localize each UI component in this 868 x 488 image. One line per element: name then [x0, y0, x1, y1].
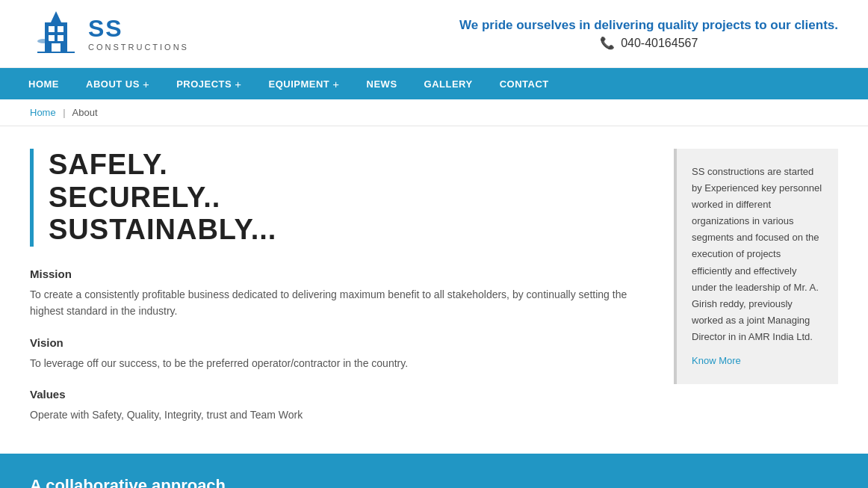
- projects-plus-icon: +: [235, 78, 241, 90]
- navbar: HOME ABOUT US + PROJECTS + EQUIPMENT + N…: [0, 68, 868, 99]
- phone: 📞 040-40164567: [459, 36, 838, 50]
- nav-item-equipment[interactable]: EQUIPMENT +: [255, 68, 353, 99]
- svg-rect-3: [49, 35, 55, 41]
- sidebar: SS constructions are started by Experien…: [674, 149, 838, 424]
- about-us-plus-icon: +: [143, 78, 149, 90]
- mission-title: Mission: [30, 268, 651, 280]
- nav-item-contact[interactable]: CONTACT: [486, 68, 562, 99]
- breadcrumb-separator: |: [63, 107, 65, 118]
- logo-ss-text: SS: [88, 16, 189, 42]
- values-title: Values: [30, 388, 651, 401]
- hero-line3: SUSTAINABLY...: [49, 214, 276, 247]
- hero-line2: SECURELY..: [49, 182, 276, 214]
- svg-rect-1: [49, 26, 55, 32]
- nav-item-gallery[interactable]: GALLERY: [411, 68, 486, 99]
- values-section: Values Operate with Safety, Quality, Int…: [30, 388, 651, 423]
- sidebar-card: SS constructions are started by Experien…: [674, 149, 838, 384]
- values-desc: Operate with Safety, Quality, Integrity,…: [30, 407, 651, 423]
- sidebar-text: SS constructions are started by Experien…: [692, 164, 823, 345]
- mission-section: Mission To create a consistently profita…: [30, 268, 651, 320]
- svg-rect-5: [52, 43, 61, 52]
- logo-text: SS CONSTRUCTIONS: [88, 16, 189, 51]
- nav-item-news[interactable]: NEWS: [353, 68, 411, 99]
- logo: SS CONSTRUCTIONS: [30, 7, 189, 60]
- nav-item-home[interactable]: HOME: [15, 68, 72, 99]
- header-right: We pride ourselves in delivering quality…: [459, 18, 838, 50]
- hero-line1: SAFELY.: [49, 149, 276, 182]
- main-content: SAFELY. SECURELY.. SUSTAINABLY... Missio…: [0, 126, 868, 446]
- svg-marker-6: [51, 11, 61, 22]
- svg-rect-2: [58, 26, 63, 32]
- mission-desc: To create a consistently profitable busi…: [30, 286, 651, 320]
- svg-point-8: [37, 39, 49, 43]
- equipment-plus-icon: +: [332, 78, 339, 90]
- vision-title: Vision: [30, 336, 651, 349]
- logo-icon: [30, 7, 82, 60]
- svg-rect-4: [58, 35, 63, 41]
- tagline: We pride ourselves in delivering quality…: [459, 18, 838, 33]
- breadcrumb-home[interactable]: Home: [30, 107, 56, 118]
- content-left: SAFELY. SECURELY.. SUSTAINABLY... Missio…: [30, 149, 651, 424]
- nav-item-projects[interactable]: PROJECTS +: [163, 68, 255, 99]
- hero-blue-bar: [30, 149, 34, 247]
- vision-section: Vision To leverage off our success, to b…: [30, 336, 651, 371]
- logo-constructions-text: CONSTRUCTIONS: [88, 43, 189, 52]
- phone-number: 040-40164567: [621, 37, 698, 49]
- breadcrumb-current: About: [72, 107, 98, 118]
- footer-banner: A collaborative approach: [0, 454, 868, 488]
- phone-icon: 📞: [600, 37, 615, 49]
- breadcrumb: Home | About: [0, 99, 868, 126]
- vision-desc: To leverage off our success, to be the p…: [30, 355, 651, 371]
- hero-text: SAFELY. SECURELY.. SUSTAINABLY...: [49, 149, 276, 247]
- header: SS CONSTRUCTIONS We pride ourselves in d…: [0, 0, 868, 68]
- nav-item-about-us[interactable]: ABOUT US +: [72, 68, 163, 99]
- hero-section: SAFELY. SECURELY.. SUSTAINABLY...: [30, 149, 651, 247]
- footer-banner-title: A collaborative approach: [30, 476, 838, 488]
- know-more-link[interactable]: Know More: [692, 353, 741, 369]
